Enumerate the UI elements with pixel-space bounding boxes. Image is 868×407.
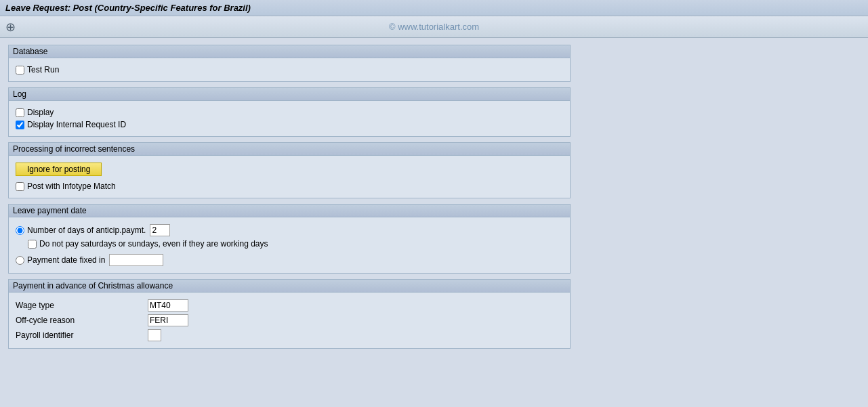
payment-fixed-radio[interactable]	[16, 256, 24, 265]
number-days-row: Number of days of anticip.paymt.	[16, 224, 563, 236]
log-section-body: Display Display Internal Request ID	[9, 101, 570, 136]
number-days-input[interactable]	[150, 224, 170, 236]
christmas-section-header: Payment in advance of Christmas allowanc…	[9, 280, 570, 293]
post-infotype-row: Post with Infotype Match	[16, 181, 563, 191]
clock-icon: ⊕	[5, 20, 16, 35]
main-content: Database Test Run Log Display Display In…	[0, 38, 868, 361]
payment-fixed-label: Payment date fixed in	[27, 255, 105, 265]
payment-fixed-row: Payment date fixed in	[16, 254, 563, 266]
wage-type-label: Wage type	[16, 301, 148, 310]
wage-type-row: Wage type	[16, 299, 563, 312]
number-days-label: Number of days of anticip.paymt.	[27, 226, 146, 235]
title-text: Leave Request: Post (Country-Specific Fe…	[5, 3, 251, 13]
database-section-header: Database	[9, 45, 570, 58]
processing-section-header: Processing of incorrect sentences	[9, 143, 570, 156]
display-row: Display	[16, 108, 563, 117]
toolbar: ⊕ © www.tutorialkart.com	[0, 16, 868, 38]
database-section-body: Test Run	[9, 58, 570, 81]
christmas-section-body: Wage type Off-cycle reason Payroll ident…	[9, 293, 570, 348]
display-label: Display	[27, 108, 54, 117]
payroll-id-label: Payroll identifier	[16, 330, 148, 340]
off-cycle-label: Off-cycle reason	[16, 316, 148, 325]
test-run-checkbox[interactable]	[16, 66, 24, 74]
payroll-id-input[interactable]	[148, 329, 161, 341]
watermark: © www.tutorialkart.com	[389, 22, 479, 32]
processing-section-body: Ignore for posting Post with Infotype Ma…	[9, 156, 570, 198]
database-section: Database Test Run	[8, 45, 571, 82]
payment-fixed-input[interactable]	[109, 254, 163, 266]
leave-payment-section: Leave payment date Number of days of ant…	[8, 204, 571, 274]
log-section-header: Log	[9, 88, 570, 101]
post-infotype-label: Post with Infotype Match	[27, 181, 116, 191]
display-internal-checkbox[interactable]	[16, 121, 24, 129]
processing-section: Processing of incorrect sentences Ignore…	[8, 142, 571, 198]
number-days-radio[interactable]	[16, 226, 24, 235]
display-internal-label: Display Internal Request ID	[27, 120, 126, 129]
christmas-section: Payment in advance of Christmas allowanc…	[8, 279, 571, 349]
display-internal-row: Display Internal Request ID	[16, 120, 563, 129]
no-saturdays-checkbox[interactable]	[28, 240, 37, 249]
post-infotype-checkbox[interactable]	[16, 182, 24, 191]
display-checkbox[interactable]	[16, 108, 24, 117]
test-run-label: Test Run	[27, 65, 59, 74]
title-bar: Leave Request: Post (Country-Specific Fe…	[0, 0, 868, 16]
no-saturdays-row: Do not pay saturdays or sundays, even if…	[28, 239, 563, 249]
no-saturdays-label: Do not pay saturdays or sundays, even if…	[39, 239, 268, 249]
leave-payment-section-header: Leave payment date	[9, 205, 570, 217]
wage-type-input[interactable]	[148, 299, 188, 312]
leave-payment-section-body: Number of days of anticip.paymt. Do not …	[9, 217, 570, 273]
log-section: Log Display Display Internal Request ID	[8, 87, 571, 137]
ignore-for-posting-button[interactable]: Ignore for posting	[16, 163, 102, 176]
off-cycle-row: Off-cycle reason	[16, 314, 563, 326]
payroll-id-row: Payroll identifier	[16, 329, 563, 341]
test-run-row: Test Run	[16, 65, 563, 74]
off-cycle-input[interactable]	[148, 314, 188, 326]
